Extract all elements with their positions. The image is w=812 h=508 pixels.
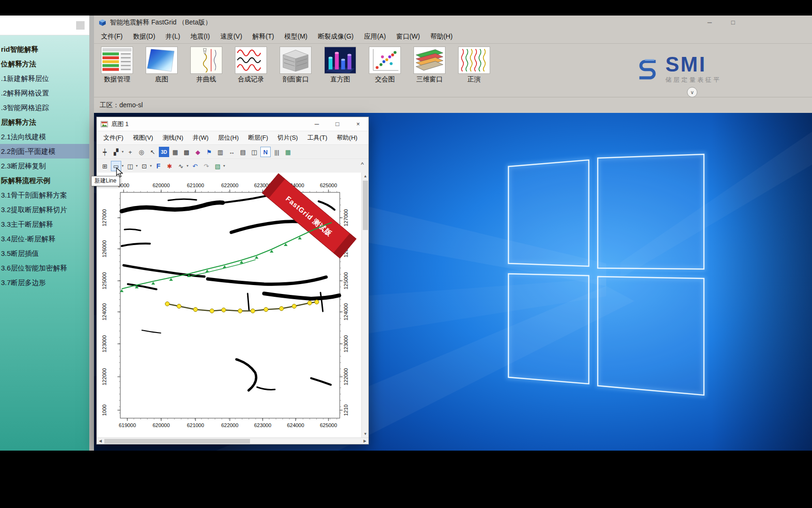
menu-切片(S)[interactable]: 切片(S) (273, 132, 303, 143)
pan-icon[interactable]: + (125, 147, 135, 157)
menu-速度(V)[interactable]: 速度(V) (215, 31, 248, 43)
menu-井(W)[interactable]: 井(W) (188, 132, 213, 143)
menu-帮助(H)[interactable]: 帮助(H) (332, 132, 362, 143)
toolbar-synthetic-record[interactable]: 合成记录 (234, 47, 268, 84)
tile-window-icon[interactable]: ◫ (249, 147, 259, 157)
menu-断裂成像(G)[interactable]: 断裂成像(G) (312, 31, 359, 43)
sidebar-item-7[interactable]: 2.2剖面-平面建模 (0, 144, 89, 159)
svg-text:123000: 123000 (343, 335, 349, 353)
scroll-up-icon[interactable]: ▲ (362, 173, 369, 180)
sidebar-item-6[interactable]: 2.1法向线建模 (0, 129, 89, 144)
sidebar-item-14[interactable]: 3.5断层插值 (0, 246, 89, 261)
sidebar-item-4[interactable]: .3智能网格追踪 (0, 100, 89, 115)
sidebar-item-8[interactable]: 2.3断层棒复制 (0, 159, 89, 173)
minimize-button[interactable]: ─ (702, 17, 718, 28)
menu-测线(N)[interactable]: 测线(N) (158, 132, 188, 143)
pointer-icon[interactable]: ↖ (148, 147, 158, 157)
horizontal-scrollbar[interactable]: ◀ ▶ (97, 437, 368, 444)
bar-columns-icon[interactable]: ▥ (215, 147, 226, 157)
sidebar-item-13[interactable]: 3.4层位-断层解释 (0, 231, 89, 246)
paint-layers-icon[interactable]: ▧ (212, 161, 223, 171)
sidebar-item-12[interactable]: 3.3主干断层解释 (0, 217, 89, 231)
scroll-left-icon[interactable]: ◀ (97, 438, 104, 444)
window-edge (89, 16, 94, 451)
cascade-icon-caret[interactable]: ▾ (150, 164, 152, 168)
flag-icon[interactable]: ⚑ (204, 147, 214, 157)
copy-line-icon-caret[interactable]: ▾ (122, 150, 124, 154)
track-lines-icon[interactable]: ┿ (100, 147, 110, 157)
main-title-bar[interactable]: 智能地震解释 FastGrid （Beta版） ─ □ (94, 16, 812, 30)
menu-数据(D)[interactable]: 数据(D) (128, 31, 160, 43)
scroll-right-icon[interactable]: ▶ (361, 438, 368, 444)
copy-line-icon[interactable]: ▞ (111, 147, 121, 157)
paint-layers-icon-caret[interactable]: ▾ (223, 164, 225, 168)
view-3d-button[interactable]: 3D (159, 147, 169, 157)
menu-窗口(W)[interactable]: 窗口(W) (391, 31, 425, 43)
sidebar-header-button[interactable] (76, 21, 85, 30)
menu-工具(T)[interactable]: 工具(T) (303, 132, 332, 143)
undo-icon[interactable]: ↶ (190, 161, 200, 171)
sidebar-item-3[interactable]: .2解释网格设置 (0, 86, 89, 100)
grid-add-icon[interactable]: ⊞ (100, 161, 110, 171)
menu-应用(A)[interactable]: 应用(A) (359, 31, 391, 43)
grid-data-icon[interactable]: ▦ (170, 147, 180, 157)
section-view-icon[interactable]: ▤ (238, 147, 248, 157)
color-wheel-icon[interactable]: ✱ (164, 161, 175, 171)
menu-层位(H)[interactable]: 层位(H) (213, 132, 243, 143)
scroll-down-icon[interactable]: ▼ (362, 430, 369, 437)
vertical-scrollbar[interactable]: ▲ ▼ (361, 173, 368, 437)
basemap-maximize-button[interactable]: □ (327, 117, 348, 131)
map-menu-bar: 文件(F)视图(V)测线(N)井(W)层位(H)断层(F)切片(S)工具(T)帮… (97, 131, 368, 144)
color-diamond-icon[interactable]: ◆ (193, 147, 203, 157)
basemap-close-button[interactable]: × (348, 117, 368, 131)
split-columns-icon[interactable]: ◫ (125, 161, 135, 171)
sidebar-item-15[interactable]: 3.6层位智能加密解释 (0, 261, 89, 275)
menu-帮助(H)[interactable]: 帮助(H) (425, 31, 458, 43)
split-columns-icon-caret[interactable]: ▾ (136, 164, 138, 168)
sidebar-item-5[interactable]: 层解释方法 (0, 115, 89, 129)
smooth-curve-icon[interactable]: ∿ (176, 161, 186, 171)
map-canvas[interactable]: 9000620000621000622000623000624000625000… (97, 173, 368, 437)
toolbar-forward-model[interactable]: 正演 (457, 47, 492, 84)
horizontal-scroll-thumb[interactable] (104, 439, 250, 444)
sidebar-item-9[interactable]: 际解释流程示例 (0, 173, 89, 188)
basemap-minimize-button[interactable]: ─ (306, 117, 327, 131)
sidebar-item-16[interactable]: 3.7断层多边形 (0, 275, 89, 290)
toolbar-histogram[interactable]: 直方图 (323, 47, 358, 84)
menu-井(L)[interactable]: 井(L) (160, 31, 185, 43)
zoom-window-icon[interactable]: ◎ (136, 147, 147, 157)
smooth-curve-icon-caret[interactable]: ▾ (187, 164, 188, 168)
menu-文件(F)[interactable]: 文件(F) (96, 31, 128, 43)
toolbar-section-window[interactable]: 剖面窗口 (278, 47, 313, 84)
toolbar-label: 合成记录 (238, 75, 264, 84)
north-button[interactable]: N (260, 147, 271, 157)
sidebar-item-11[interactable]: 3.2提取断层解释切片 (0, 202, 89, 217)
cascade-icon[interactable]: ⊡ (139, 161, 149, 171)
toolbar-collapse-icon[interactable]: ^ (361, 161, 364, 168)
toolbar-three-d-window[interactable]: 三维窗口 (412, 47, 447, 84)
menu-地震(I)[interactable]: 地震(I) (185, 31, 215, 43)
fault-f-button[interactable]: F (153, 161, 164, 171)
sidebar-item-0[interactable]: rid智能解释 (0, 42, 89, 56)
basemap-title-bar[interactable]: 底图 1 ─ □ × (97, 117, 368, 131)
green-grid-icon[interactable]: ▦ (283, 147, 293, 157)
sidebar-item-2[interactable]: .1新建解释层位 (0, 71, 89, 86)
columns-icon[interactable]: ||| (272, 147, 282, 157)
toolbar-cross-plot[interactable]: 交会图 (367, 47, 402, 84)
menu-断层(F)[interactable]: 断层(F) (243, 132, 273, 143)
maximize-button[interactable]: □ (725, 17, 741, 28)
measure-icon[interactable]: ↔ (226, 147, 237, 157)
sidebar-item-1[interactable]: 位解释方法 (0, 56, 89, 71)
menu-模型(M)[interactable]: 模型(M) (279, 31, 312, 43)
toolbar-base-map[interactable]: 底图 (144, 47, 179, 84)
toolbar-data-manager[interactable]: 数据管理 (100, 47, 134, 84)
vertical-scroll-thumb[interactable] (363, 181, 368, 230)
sidebar-item-10[interactable]: 3.1骨干剖面解释方案 (0, 188, 89, 202)
menu-文件(F)[interactable]: 文件(F) (99, 132, 128, 143)
menu-解释(T)[interactable]: 解释(T) (247, 31, 279, 43)
collapse-chevron-button[interactable]: ∨ (687, 87, 697, 97)
toolbar-well-curve[interactable]: 井曲线 (189, 47, 224, 84)
menu-视图(V)[interactable]: 视图(V) (128, 132, 158, 143)
grid-edit-icon[interactable]: ▩ (181, 147, 192, 157)
redo-icon[interactable]: ↷ (201, 161, 211, 171)
